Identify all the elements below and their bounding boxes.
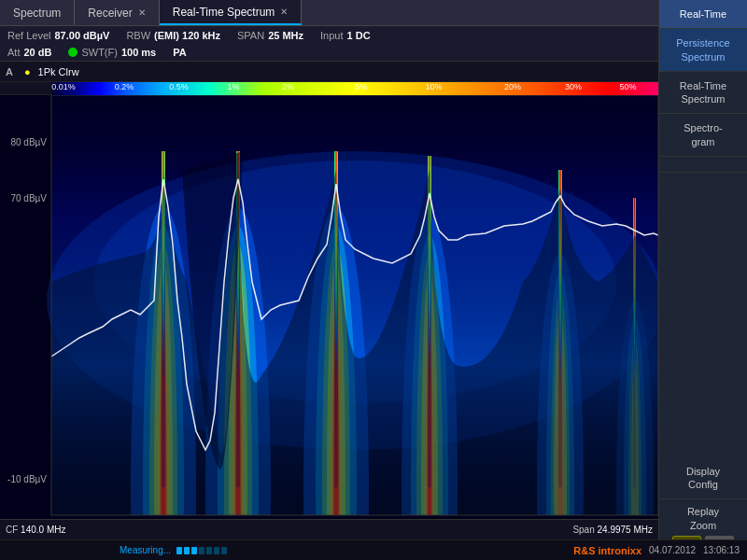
span-bottom-label: Span — [572, 525, 597, 535]
scale-tick-6: 5% — [355, 82, 367, 91]
swt-label: SWT(F) — [81, 47, 117, 58]
tab-bar: Spectrum Receiver ✕ Real-Time Spectrum ✕… — [0, 0, 747, 26]
btn-realtime[interactable]: Real-Time — [659, 0, 747, 29]
dot-2 — [184, 547, 190, 554]
att-value: 20 dB — [23, 47, 51, 58]
status-bar: Measuring... R&S intronixx 04.07.2012 13… — [0, 539, 747, 560]
replay-zoom-label: ReplayZoom — [663, 505, 743, 532]
progress-indicator — [176, 547, 227, 554]
svg-text:80 dBµV: 80 dBµV — [10, 137, 47, 147]
right-panel: Real-Time PersistenceSpectrum Real-TimeS… — [658, 0, 747, 560]
span-bottom-value: 24.9975 MHz — [598, 525, 653, 535]
spectrum-display[interactable]: 80 dBµV 70 dBµV -10 dBµV — [0, 95, 658, 539]
rbw-label: RBW — [126, 30, 150, 41]
svg-text:-10 dBµV: -10 dBµV — [7, 474, 47, 484]
rbw-value: (EMI) 120 kHz — [154, 30, 220, 41]
swt-indicator — [68, 48, 78, 57]
logo-text: R&S intronixx — [573, 545, 641, 556]
input-value: 1 DC — [347, 30, 371, 41]
info-bar: Ref Level 87.00 dBµV RBW (EMI) 120 kHz S… — [0, 26, 658, 62]
dot-3 — [191, 547, 197, 554]
btn-spectrogram[interactable]: Spectro-gram — [659, 114, 747, 157]
btn-display-config[interactable]: DisplayConfig — [659, 457, 747, 500]
btn-persistence[interactable]: PersistenceSpectrum — [659, 29, 747, 72]
input-label: Input — [320, 30, 343, 41]
scale-tick-1: 0.01% — [51, 82, 76, 91]
trace-mode: 1Pk Clrw — [38, 66, 79, 77]
close-receiver-icon[interactable]: ✕ — [138, 7, 146, 18]
tab-receiver[interactable]: Receiver ✕ — [75, 0, 159, 25]
logo-area: R&S intronixx 04.07.2012 13:06:13 — [573, 545, 740, 556]
scale-tick-3: 0.5% — [169, 82, 189, 91]
swt-value: 100 ms — [121, 47, 156, 58]
scale-tick-2: 0.2% — [115, 82, 134, 91]
att-label: Att — [7, 47, 20, 58]
btn-blank1 — [659, 157, 747, 173]
tab-realtime[interactable]: Real-Time Spectrum ✕ — [160, 0, 303, 25]
trace-marker: A — [6, 66, 13, 77]
cf-label: CF — [6, 525, 21, 535]
span-value: 25 MHz — [268, 30, 303, 41]
ref-level-value: 87.00 dBµV — [54, 30, 109, 41]
pa-label: PA — [173, 47, 186, 58]
scale-tick-5: 2% — [282, 82, 294, 91]
dot-5 — [206, 547, 212, 554]
scale-tick-9: 30% — [565, 82, 582, 91]
measuring-text: Measuring... — [120, 545, 171, 555]
scale-tick-8: 20% — [504, 82, 521, 91]
svg-text:70 dBµV: 70 dBµV — [10, 193, 47, 203]
scale-tick-7: 10% — [425, 82, 442, 91]
time-display: 13:06:13 — [703, 545, 740, 555]
date-display: 04.07.2012 — [649, 545, 696, 555]
trace-bar: A ● 1Pk Clrw — [0, 62, 658, 82]
spectrum-svg: 80 dBµV 70 dBµV -10 dBµV — [0, 95, 658, 539]
ref-level-label: Ref Level — [7, 30, 50, 41]
trace-dot: ● — [24, 66, 31, 77]
btn-realtime-spectrum[interactable]: Real-TimeSpectrum — [659, 72, 747, 115]
dot-1 — [176, 547, 182, 554]
dot-4 — [199, 547, 204, 554]
scale-tick-10: 50% — [619, 82, 636, 91]
cf-value: 140.0 MHz — [21, 525, 65, 535]
main-area: Ref Level 87.00 dBµV RBW (EMI) 120 kHz S… — [0, 26, 658, 539]
color-scale-bar: 0.01% 0.2% 0.5% 1% 2% 5% 10% 20% 30% 50% — [0, 82, 658, 95]
span-label: SPAN — [237, 30, 264, 41]
close-realtime-icon[interactable]: ✕ — [280, 7, 288, 17]
dot-6 — [214, 547, 219, 554]
tab-spectrum[interactable]: Spectrum — [0, 0, 75, 25]
dot-7 — [221, 547, 227, 554]
scale-tick-4: 1% — [227, 82, 239, 91]
